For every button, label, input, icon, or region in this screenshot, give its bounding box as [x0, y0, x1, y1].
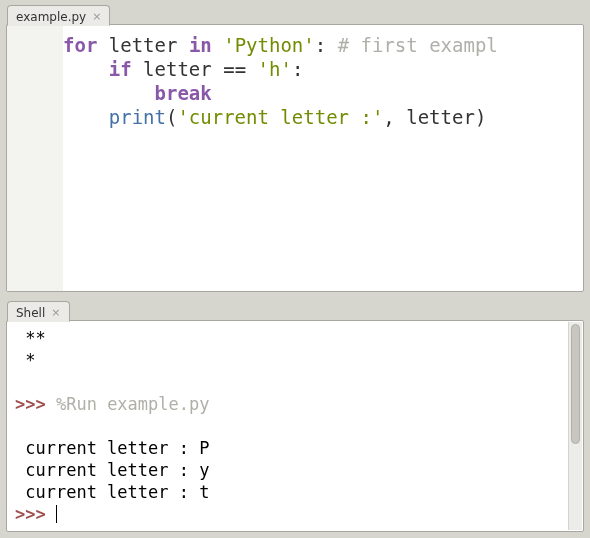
shell-line[interactable]: ** — [15, 328, 46, 348]
shell-line[interactable]: current letter : t — [15, 482, 209, 502]
shell-tab[interactable]: Shell × — [7, 301, 70, 322]
code-line[interactable]: if letter == 'h': — [63, 58, 303, 80]
code-line[interactable]: break — [63, 82, 212, 104]
editor-pane: example.py × 1for letter in 'Python': # … — [6, 24, 584, 292]
cursor — [56, 505, 57, 523]
close-icon[interactable]: × — [92, 11, 101, 22]
scrollbar[interactable] — [568, 322, 582, 530]
shell-line[interactable]: * — [15, 350, 35, 370]
shell-line[interactable]: >>> %Run example.py — [15, 394, 209, 414]
shell-line[interactable]: current letter : y — [15, 460, 209, 480]
code-line[interactable]: print('current letter :', letter) — [63, 106, 486, 128]
shell-line[interactable]: >>> — [15, 504, 57, 524]
gutter-bg — [7, 25, 63, 291]
editor-area[interactable]: 1for letter in 'Python': # first exampl … — [7, 25, 583, 291]
shell-area[interactable]: ** * >>> %Run example.py current letter … — [7, 321, 583, 531]
shell-line[interactable]: current letter : P — [15, 438, 209, 458]
shell-pane: Shell × ** * >>> %Run example.py current… — [6, 320, 584, 532]
scrollbar-thumb[interactable] — [571, 324, 580, 444]
code-line[interactable]: for letter in 'Python': # first exampl — [63, 34, 498, 56]
editor-tab[interactable]: example.py × — [7, 5, 110, 26]
close-icon[interactable]: × — [51, 307, 60, 318]
shell-tab-label: Shell — [16, 306, 45, 320]
editor-tab-label: example.py — [16, 10, 86, 24]
shell-code[interactable]: ** * >>> %Run example.py current letter … — [7, 321, 583, 525]
editor-code[interactable]: 1for letter in 'Python': # first exampl … — [7, 25, 583, 153]
